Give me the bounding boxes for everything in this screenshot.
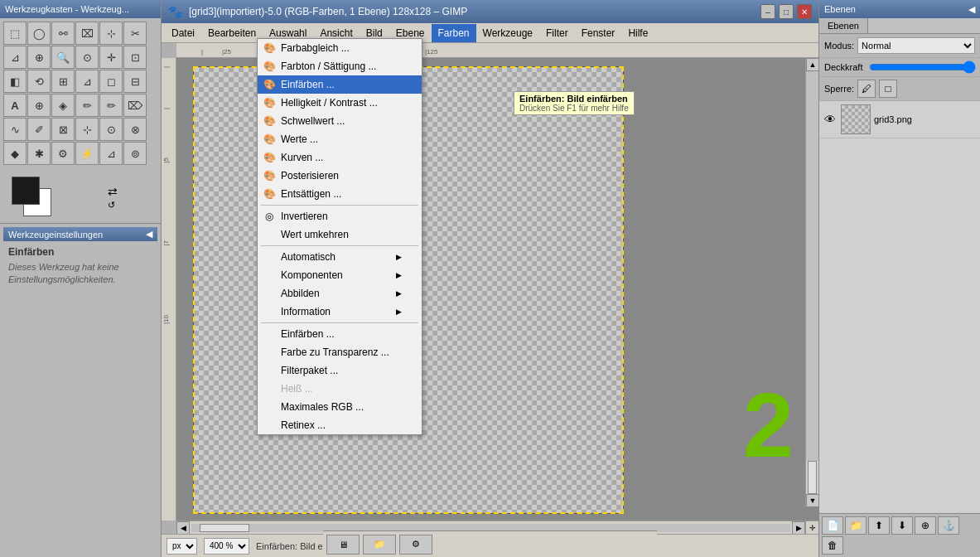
tool-color-picker[interactable]: ⊕ [27,46,51,69]
color-swatches[interactable] [12,177,53,218]
menu-item-schwellwert[interactable]: 🎨 Schwellwert ... [258,112,422,130]
tool-pencil[interactable]: ✏ [75,94,99,117]
tool-extras1[interactable]: ✱ [27,142,51,165]
tool-fuzzy-select[interactable]: ⌧ [75,22,99,45]
tool-extras3[interactable]: ⚡ [75,142,99,165]
tool-heal[interactable]: ⊹ [75,118,99,141]
tool-blend[interactable]: ◈ [51,94,75,117]
menu-item-retinex[interactable]: Retinex ... [258,416,422,434]
tool-smudge[interactable]: ⊗ [123,118,147,141]
new-layer-button[interactable]: 📄 [822,516,843,535]
tool-free-select[interactable]: ⚯ [51,22,75,45]
menu-item-automatisch[interactable]: Automatisch ▶ [258,248,422,266]
layer-visibility-icon[interactable]: 👁 [823,112,838,127]
tool-color-select[interactable]: ⊹ [99,22,123,45]
vertical-scrollbar[interactable]: ▲ ▼ [805,58,818,507]
menu-item-werte[interactable]: 🎨 Werte ... [258,130,422,148]
tool-bucket-fill[interactable]: ⊕ [27,94,51,117]
menu-werkzeuge[interactable]: Werkzeuge [476,24,539,42]
tool-extras4[interactable]: ⊿ [99,142,123,165]
tool-eraser[interactable]: ⌦ [123,94,147,117]
menu-item-max-rgb[interactable]: Maximales RGB ... [258,398,422,416]
tool-zoom[interactable]: 🔍 [51,46,75,69]
scroll-down-button[interactable]: ▼ [806,494,818,507]
move-layer-up-button[interactable]: ⬆ [868,516,890,535]
tool-perspective[interactable]: ◻ [99,70,123,93]
lock-alpha-button[interactable]: □ [879,80,897,98]
menu-item-kurven[interactable]: 🎨 Kurven ... [258,148,422,167]
menu-item-farbe-transparenz[interactable]: Farbe zu Transparenz ... [258,343,422,361]
tool-ink[interactable]: ✐ [27,118,51,141]
open-layer-button[interactable]: 📁 [845,516,867,535]
tool-extras2[interactable]: ⚙ [51,142,75,165]
taskbar-btn-3[interactable]: ⚙ [399,535,432,555]
menu-item-entsaettigen[interactable]: 🎨 Entsättigen ... [258,185,422,203]
tool-paint[interactable]: ✏ [99,94,123,117]
menu-item-komponenten[interactable]: Komponenten ▶ [258,266,422,284]
layers-panel-expand[interactable]: ◀ [968,4,975,15]
tool-shear[interactable]: ⊿ [75,70,99,93]
menu-item-einfaerben-bottom[interactable]: Einfärben ... [258,325,422,343]
lock-pixels-button[interactable]: 🖊 [857,80,876,98]
scroll-thumb-h[interactable] [200,524,249,532]
menu-item-information[interactable]: Information ▶ [258,303,422,321]
duplicate-layer-button[interactable]: ⊕ [915,516,936,535]
scroll-up-button[interactable]: ▲ [806,58,818,71]
mode-select[interactable]: Normal [857,37,975,54]
scroll-right-button[interactable]: ▶ [792,521,805,535]
tool-rotate[interactable]: ⟲ [27,70,51,93]
opacity-slider[interactable] [869,61,976,73]
taskbar-btn-2[interactable]: 📁 [363,535,396,555]
tool-align[interactable]: ⊡ [123,46,147,69]
tool-measure[interactable]: ⊙ [75,46,99,69]
tool-ellipse-select[interactable]: ◯ [27,22,51,45]
scroll-thumb-v[interactable] [808,461,817,494]
scroll-track-v[interactable] [806,71,818,461]
tool-scale[interactable]: ⊞ [51,70,75,93]
menu-item-invertieren[interactable]: ◎ Invertieren [258,207,422,225]
menu-bearbeiten[interactable]: Bearbeiten [201,24,263,42]
menu-item-farbton[interactable]: 🎨 Farbton / Sättigung ... [258,57,422,75]
close-button[interactable]: ✕ [797,4,812,19]
maximize-button[interactable]: □ [779,4,794,19]
delete-layer-button[interactable]: 🗑 [822,536,843,555]
anchor-layer-button[interactable]: ⚓ [938,516,959,535]
menu-item-einfaerben-top[interactable]: 🎨 Einfärben ... [258,75,422,94]
minimize-button[interactable]: – [760,4,775,19]
menu-filter[interactable]: Filter [539,24,575,42]
tool-rect-select[interactable]: ⬚ [3,22,27,45]
tool-move[interactable]: ✛ [99,46,123,69]
menu-item-posterisieren[interactable]: 🎨 Posterisieren [258,167,422,185]
tool-dodge-burn[interactable]: ⊙ [99,118,123,141]
tab-ebenen[interactable]: Ebenen [819,18,868,33]
tool-flip[interactable]: ⊟ [123,70,147,93]
tool-clone[interactable]: ⊠ [51,118,75,141]
menu-farben[interactable]: Farben [432,24,476,42]
taskbar-btn-1[interactable]: 🖥 [326,535,360,555]
unit-select[interactable]: px [167,538,197,555]
tool-extras5[interactable]: ⊚ [123,142,147,165]
move-layer-down-button[interactable]: ⬇ [891,516,913,535]
tool-settings-collapse[interactable]: ◀ [146,229,152,240]
menu-item-abbilden[interactable]: Abbilden ▶ [258,284,422,303]
menu-datei[interactable]: Datei [165,24,201,42]
layer-list: 👁 grid3.png [819,101,980,513]
scroll-left-button[interactable]: ◀ [176,521,190,535]
swap-colors-icon[interactable]: ⇄ [108,185,118,198]
tool-airbrush[interactable]: ∿ [3,118,27,141]
reset-colors-icon[interactable]: ↺ [108,200,118,211]
layer-item[interactable]: 👁 grid3.png [819,101,980,138]
menu-item-farbabgleich[interactable]: 🎨 Farbabgleich ... [258,39,422,57]
menu-fenster[interactable]: Fenster [575,24,622,42]
zoom-select[interactable]: 400 % [204,538,249,555]
menu-item-helligkeit[interactable]: 🎨 Helligkeit / Kontrast ... [258,94,422,112]
tool-paths[interactable]: ⊿ [3,46,27,69]
foreground-color-swatch[interactable] [12,177,40,205]
tool-crop[interactable]: ◧ [3,70,27,93]
tool-sharpen[interactable]: ◆ [3,142,27,165]
tool-text[interactable]: A [3,94,27,117]
tool-scissors[interactable]: ✂ [123,22,147,45]
menu-hilfe[interactable]: Hilfe [621,24,654,42]
menu-item-wert-umkehren[interactable]: Wert umkehren [258,225,422,244]
menu-item-filterpaket[interactable]: Filterpaket ... [258,361,422,380]
